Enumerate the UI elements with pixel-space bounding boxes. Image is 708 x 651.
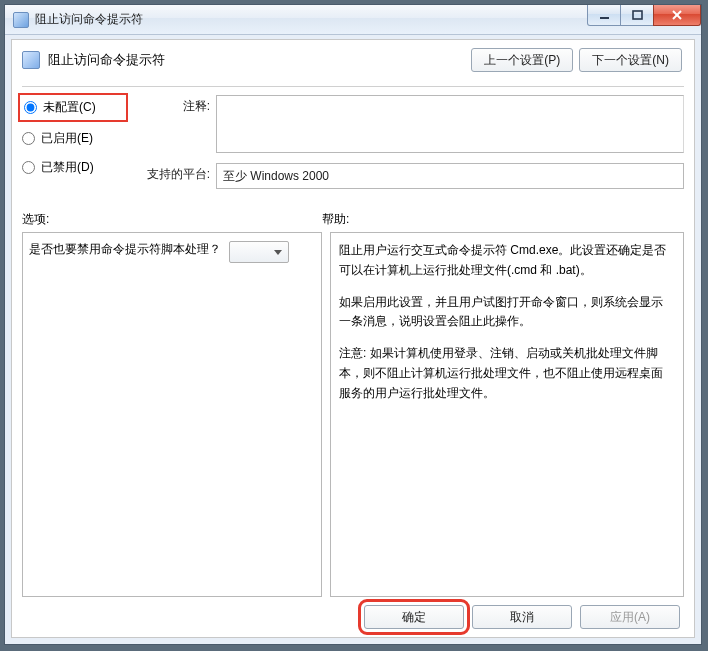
comment-textarea[interactable]: [216, 95, 684, 153]
radio-not-configured-label: 未配置(C): [43, 99, 96, 116]
radio-not-configured-input[interactable]: [24, 101, 37, 114]
divider: [22, 86, 684, 87]
next-setting-button[interactable]: 下一个设置(N): [579, 48, 682, 72]
radio-enabled-label: 已启用(E): [41, 130, 93, 147]
help-label: 帮助:: [322, 211, 349, 228]
radio-enabled-input[interactable]: [22, 132, 35, 145]
previous-setting-button[interactable]: 上一个设置(P): [471, 48, 573, 72]
cancel-button[interactable]: 取消: [472, 605, 572, 629]
help-pane[interactable]: 阻止用户运行交互式命令提示符 Cmd.exe。此设置还确定是否可以在计算机上运行…: [330, 232, 684, 597]
window-controls: [588, 5, 701, 27]
script-processing-dropdown[interactable]: [229, 241, 289, 263]
radio-disabled-input[interactable]: [22, 161, 35, 174]
dialog-window: 阻止访问命令提示符 阻止访问命令提示符: [4, 4, 702, 645]
options-label: 选项:: [22, 211, 322, 228]
platform-label: 支持的平台:: [140, 163, 210, 183]
ok-button[interactable]: 确定: [364, 605, 464, 629]
policy-title: 阻止访问命令提示符: [48, 51, 165, 69]
radio-enabled[interactable]: 已启用(E): [22, 130, 122, 147]
help-paragraph: 注意: 如果计算机使用登录、注销、启动或关机批处理文件脚本，则不阻止计算机运行批…: [339, 344, 673, 403]
close-button[interactable]: [653, 5, 701, 26]
radio-disabled[interactable]: 已禁用(D): [22, 159, 122, 176]
maximize-button[interactable]: [620, 5, 654, 26]
window-title: 阻止访问命令提示符: [35, 11, 143, 28]
policy-icon: [22, 51, 40, 69]
svg-rect-1: [633, 11, 642, 19]
options-pane: 是否也要禁用命令提示符脚本处理？: [22, 232, 322, 597]
radio-disabled-label: 已禁用(D): [41, 159, 94, 176]
platform-value: 至少 Windows 2000: [216, 163, 684, 189]
apply-button[interactable]: 应用(A): [580, 605, 680, 629]
options-question: 是否也要禁用命令提示符脚本处理？: [29, 241, 221, 258]
comment-label: 注释:: [140, 95, 210, 115]
minimize-button[interactable]: [587, 5, 621, 26]
svg-rect-0: [600, 17, 609, 19]
help-paragraph: 阻止用户运行交互式命令提示符 Cmd.exe。此设置还确定是否可以在计算机上运行…: [339, 241, 673, 281]
titlebar[interactable]: 阻止访问命令提示符: [5, 5, 701, 35]
radio-not-configured[interactable]: 未配置(C): [18, 93, 128, 122]
help-paragraph: 如果启用此设置，并且用户试图打开命令窗口，则系统会显示一条消息，说明设置会阻止此…: [339, 293, 673, 333]
app-icon: [13, 12, 29, 28]
